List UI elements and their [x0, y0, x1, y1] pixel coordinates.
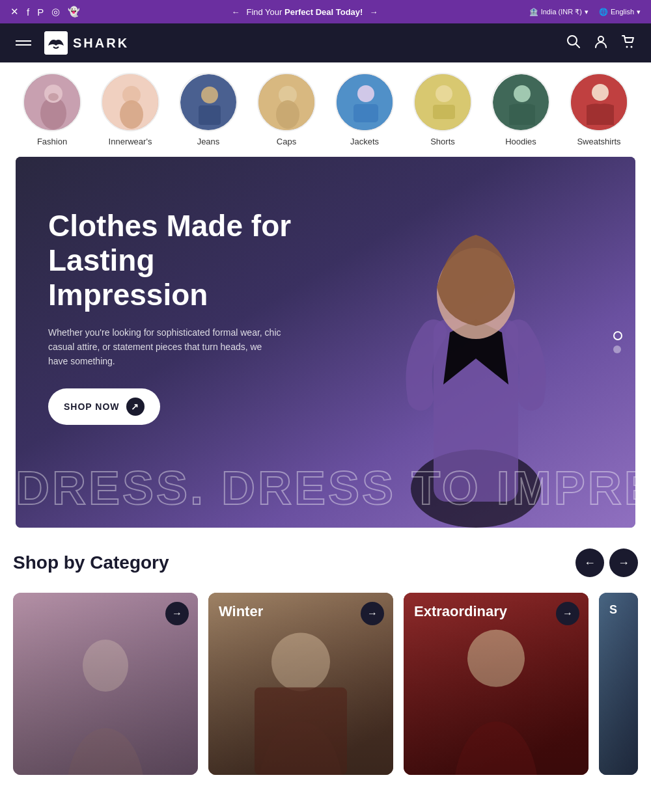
category-card-winter-label: Winter — [219, 603, 263, 620]
header: SHARK — [0, 23, 651, 62]
category-name-jackets: Jackets — [350, 137, 379, 146]
currency-icon: 🏦 — [529, 8, 538, 16]
svg-rect-15 — [199, 105, 221, 125]
category-card-extraordinary[interactable]: Extraordinary → — [404, 593, 589, 775]
snapchat-icon[interactable]: 👻 — [68, 6, 80, 18]
pinterest-icon[interactable]: P — [37, 7, 44, 18]
section-title: Shop by Category — [13, 552, 169, 573]
lang-chevron-icon: ▾ — [637, 8, 641, 16]
category-item-fashion[interactable]: Fashion — [20, 73, 85, 146]
category-card-winter[interactable]: Winter → — [208, 593, 393, 775]
category-item-innerwear[interactable]: Innerwear's — [98, 73, 163, 146]
svg-point-23 — [436, 85, 452, 102]
svg-point-5 — [631, 46, 633, 47]
hero-wrapper: Clothes Made for Lasting Impression Whet… — [0, 157, 651, 528]
category-circle-fashion — [23, 73, 81, 131]
category-name-hoodies: Hoodies — [505, 137, 536, 146]
svg-point-18 — [276, 100, 299, 129]
category-circle-caps — [257, 73, 316, 131]
next-arrow[interactable]: → — [369, 7, 378, 17]
category-card-fashion[interactable]: → — [13, 593, 198, 775]
category-circle-innerwear — [101, 73, 159, 131]
category-nav-buttons: ← → — [575, 548, 638, 577]
hero-dot-2[interactable] — [613, 345, 621, 353]
svg-rect-22 — [415, 74, 472, 131]
shop-now-label: SHOP NOW — [64, 401, 120, 412]
category-item-shorts[interactable]: Shorts — [410, 73, 475, 146]
svg-point-28 — [592, 84, 609, 101]
category-prev-button[interactable]: ← — [575, 548, 604, 577]
category-next-button[interactable]: → — [609, 548, 638, 577]
category-circle-shorts — [413, 73, 472, 131]
cart-icon[interactable] — [621, 34, 635, 52]
svg-rect-19 — [337, 74, 394, 131]
category-card-partial-label: S — [609, 603, 617, 617]
category-circle-hoodies — [492, 73, 550, 131]
category-name-sweatshirts: Sweatshirts — [577, 137, 620, 146]
category-card-fashion-arrow[interactable]: → — [165, 602, 189, 625]
category-card-winter-arrow[interactable]: → — [361, 602, 384, 625]
category-item-sweatshirts[interactable]: Sweatshirts — [566, 73, 631, 146]
svg-point-26 — [514, 85, 531, 102]
category-name-shorts: Shorts — [430, 137, 455, 146]
shop-by-category-section: Shop by Category ← → → — [0, 528, 651, 785]
category-circle-jeans — [179, 73, 238, 131]
svg-point-3 — [598, 36, 603, 42]
svg-point-14 — [201, 87, 218, 103]
svg-point-12 — [120, 100, 143, 129]
globe-icon: 🌐 — [599, 8, 608, 16]
category-strip: Fashion Innerwear's Jeans — [0, 62, 651, 157]
category-card-extraordinary-arrow[interactable]: → — [556, 602, 579, 625]
top-bar-right: 🏦 India (INR ₹) ▾ 🌐 English ▾ — [529, 8, 641, 16]
svg-line-2 — [575, 44, 579, 47]
category-item-jeans[interactable]: Jeans — [176, 73, 241, 146]
hero-marquee: DRESS. DRESS TO IMPRESS. DRESS. DRESS TO… — [16, 461, 635, 515]
hero-content: Clothes Made for Lasting Impression Whet… — [48, 209, 322, 425]
svg-point-20 — [357, 85, 374, 102]
twitter-icon[interactable]: ✕ — [10, 6, 19, 18]
header-left: SHARK — [16, 31, 129, 55]
category-name-jeans: Jeans — [197, 137, 220, 146]
facebook-icon[interactable]: f — [27, 7, 29, 18]
logo-icon — [44, 31, 68, 55]
svg-point-9 — [48, 93, 59, 101]
prev-arrow[interactable]: ← — [231, 7, 240, 17]
category-card-partial[interactable]: S — [599, 593, 638, 775]
currency-selector[interactable]: 🏦 India (INR ₹) ▾ — [529, 8, 589, 16]
category-name-caps: Caps — [277, 137, 296, 146]
deal-text: Find Your Perfect Deal Today! — [246, 7, 363, 17]
hamburger-menu[interactable] — [16, 40, 31, 46]
account-icon[interactable] — [594, 34, 608, 52]
currency-label: India (INR ₹) — [541, 8, 582, 16]
svg-rect-24 — [433, 105, 455, 119]
hero-pagination-dots — [613, 331, 622, 353]
category-cards: → Winter → — [13, 593, 638, 775]
section-header: Shop by Category ← → — [13, 548, 638, 577]
shark-logo-svg — [44, 31, 68, 55]
language-selector[interactable]: 🌐 English ▾ — [599, 8, 641, 16]
currency-chevron-icon: ▾ — [585, 8, 589, 16]
category-item-caps[interactable]: Caps — [254, 73, 319, 146]
category-item-hoodies[interactable]: Hoodies — [488, 73, 553, 146]
svg-rect-21 — [353, 104, 378, 122]
instagram-icon[interactable]: ◎ — [51, 6, 60, 18]
category-circle-sweatshirts — [570, 73, 628, 131]
category-item-jackets[interactable]: Jackets — [332, 73, 397, 146]
social-links: ✕ f P ◎ 👻 — [10, 6, 80, 18]
category-card-extraordinary-label: Extraordinary — [414, 603, 507, 620]
header-icons — [566, 34, 635, 52]
language-label: English — [611, 8, 634, 16]
shop-now-arrow-icon: ↗ — [126, 398, 145, 416]
hero-dot-1[interactable] — [613, 331, 622, 340]
top-bar: ✕ f P ◎ 👻 ← Find Your Perfect Deal Today… — [0, 0, 651, 23]
svg-point-4 — [626, 46, 628, 47]
logo-text: SHARK — [73, 36, 129, 51]
search-icon[interactable] — [566, 34, 581, 52]
category-name-innerwear: Innerwear's — [109, 137, 152, 146]
hero-marquee-text: DRESS. DRESS TO IMPRESS. DRESS. DRESS TO… — [16, 461, 635, 515]
logo[interactable]: SHARK — [44, 31, 129, 55]
hero-banner: Clothes Made for Lasting Impression Whet… — [16, 157, 635, 528]
hero-title: Clothes Made for Lasting Impression — [48, 209, 322, 312]
hero-description: Whether you're looking for sophisticated… — [48, 325, 283, 369]
shop-now-button[interactable]: SHOP NOW ↗ — [48, 388, 160, 425]
